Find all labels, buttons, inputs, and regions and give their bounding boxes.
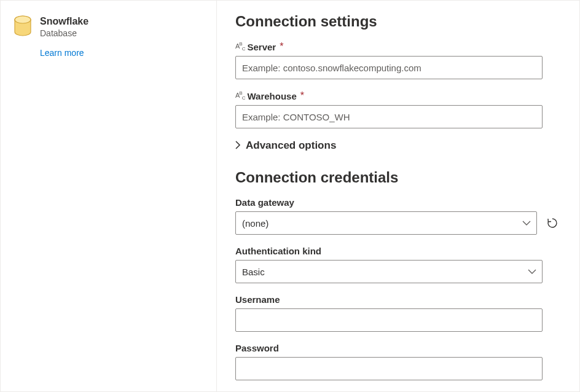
- advanced-options-toggle[interactable]: Advanced options: [235, 139, 561, 152]
- warehouse-field-group: ABC Warehouse *: [235, 90, 561, 128]
- password-field-group: Password: [235, 343, 561, 380]
- username-field-group: Username: [235, 294, 561, 332]
- advanced-options-label: Advanced options: [246, 139, 336, 152]
- auth-kind-label: Authentication kind: [235, 246, 561, 256]
- username-label: Username: [235, 294, 561, 305]
- chevron-right-icon: [235, 141, 241, 151]
- required-indicator: *: [280, 41, 283, 52]
- gateway-select-wrapper: (none): [235, 211, 537, 235]
- connector-name: Snowflake: [40, 15, 88, 27]
- gateway-field-group: Data gateway (none): [235, 197, 561, 235]
- server-input[interactable]: [235, 56, 543, 79]
- text-type-icon: ABC: [235, 41, 245, 52]
- gateway-select-row: (none): [235, 211, 561, 235]
- text-type-icon: ABC: [235, 90, 245, 101]
- auth-kind-select[interactable]: Basic: [235, 260, 543, 283]
- connector-info: Snowflake Database Learn more: [40, 15, 88, 58]
- gateway-select[interactable]: (none): [235, 211, 537, 235]
- refresh-icon: [546, 217, 558, 229]
- password-input[interactable]: [235, 357, 543, 380]
- username-input[interactable]: [235, 308, 543, 332]
- server-label: Server: [247, 42, 276, 52]
- database-icon: [13, 15, 33, 37]
- left-panel: Snowflake Database Learn more: [1, 1, 217, 391]
- refresh-button[interactable]: [544, 214, 561, 232]
- connector-header: Snowflake Database Learn more: [13, 15, 204, 58]
- server-field-group: ABC Server *: [235, 41, 561, 79]
- gateway-label: Data gateway: [235, 197, 561, 208]
- learn-more-link[interactable]: Learn more: [40, 48, 88, 58]
- warehouse-label: Warehouse: [247, 91, 296, 101]
- password-label: Password: [235, 343, 561, 353]
- auth-kind-select-wrapper: Basic: [235, 260, 543, 283]
- connection-settings-heading: Connection settings: [235, 13, 561, 30]
- svg-point-1: [15, 16, 31, 23]
- right-panel: Connection settings ABC Server * ABC War…: [217, 1, 579, 391]
- server-label-row: ABC Server *: [235, 41, 561, 52]
- connector-type: Database: [40, 28, 88, 38]
- auth-kind-field-group: Authentication kind Basic: [235, 246, 561, 283]
- connection-credentials-heading: Connection credentials: [235, 169, 561, 186]
- warehouse-label-row: ABC Warehouse *: [235, 90, 561, 101]
- dialog-container: Snowflake Database Learn more Connection…: [0, 0, 580, 392]
- required-indicator: *: [300, 90, 304, 101]
- warehouse-input[interactable]: [235, 105, 543, 128]
